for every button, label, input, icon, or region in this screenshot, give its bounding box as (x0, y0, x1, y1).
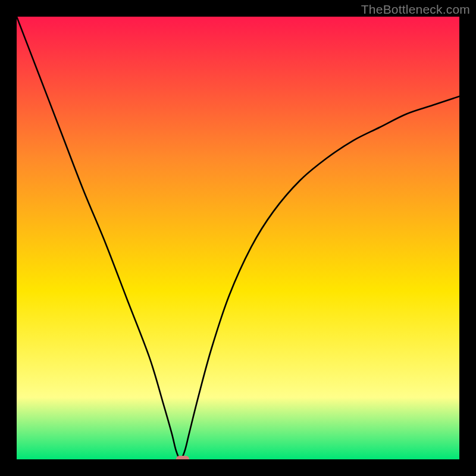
gradient-background (17, 17, 459, 459)
bottleneck-chart (17, 17, 459, 459)
watermark-text: TheBottleneck.com (361, 2, 470, 17)
optimum-marker (176, 456, 189, 459)
chart-frame (17, 17, 459, 459)
